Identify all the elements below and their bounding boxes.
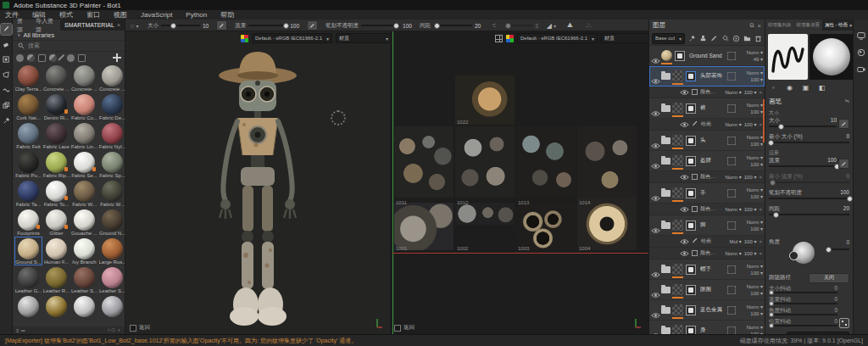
randomize-seed-icon[interactable] — [839, 318, 849, 328]
viewport-3d[interactable]: Default - sRGB IEC61966-2.1▾ 材质▾ — [125, 31, 390, 334]
visibility-eye-icon[interactable] — [680, 206, 689, 213]
search-input[interactable]: 搜索 — [13, 40, 125, 52]
layer-row[interactable]: 手Norm ▾100 ▾ — [649, 183, 765, 204]
layer-content-icon[interactable] — [675, 51, 685, 61]
visibility-eye-icon[interactable] — [651, 222, 660, 229]
material-item[interactable]: Footprints — [14, 208, 42, 237]
menu-item-帮助[interactable]: 帮助 — [220, 10, 234, 20]
layer-mask-slot[interactable] — [727, 137, 736, 145]
remove-effect-icon[interactable]: × — [759, 207, 762, 212]
toolbar-flow-knob[interactable] — [283, 23, 289, 29]
layer-mask-slot[interactable] — [727, 265, 736, 274]
shader-settings-icon[interactable] — [857, 48, 865, 57]
layer-content-icon[interactable] — [686, 305, 696, 315]
visibility-eye-icon[interactable] — [680, 238, 689, 245]
layer-effect-row[interactable]: 颜色…Norm ▾100 ▾× — [649, 86, 765, 98]
brush-stroke-preview[interactable] — [768, 34, 808, 80]
param-knob[interactable] — [847, 196, 853, 202]
colorspace-dropdown-2d[interactable]: Default - sRGB IEC61966-2.1▾ — [517, 33, 598, 43]
layer-blend-mode[interactable]: Norm ▾ — [747, 154, 763, 161]
visibility-eye-icon[interactable] — [680, 121, 689, 128]
layer-effect-row[interactable]: 颜色…Norm ▾100 ▾× — [649, 248, 765, 260]
pressure-size-button[interactable] — [216, 20, 227, 31]
layer-blend-mode[interactable]: Norm ▾ — [747, 304, 763, 310]
layer-content-icon[interactable] — [686, 220, 696, 231]
clone-tool-icon[interactable] — [1, 100, 12, 111]
layer-mask-slot[interactable] — [727, 104, 736, 113]
material-item[interactable]: Clay Terra... — [14, 64, 42, 92]
param-knob[interactable] — [770, 180, 776, 186]
color-profile-icon[interactable] — [241, 35, 248, 42]
layer-effect-row[interactable]: 绘画Norm ▾100 ▾× — [649, 119, 765, 131]
param-slider[interactable] — [769, 165, 837, 167]
visibility-eye-icon[interactable] — [680, 174, 689, 181]
menu-item-JavaScript[interactable]: JavaScript — [141, 11, 172, 19]
param-slider[interactable] — [769, 126, 837, 127]
alpha-sphere-icon[interactable]: ◉ — [784, 83, 795, 92]
visibility-eye-icon[interactable] — [651, 137, 660, 144]
toolbar-stroke-opacity[interactable]: 笔划不透明度100 — [326, 22, 412, 30]
layer-blend-mode[interactable]: Norm ▾ — [747, 324, 763, 331]
menu-item-模式[interactable]: 模式 — [59, 10, 73, 20]
visibility-eye-icon[interactable] — [651, 327, 660, 334]
material-item[interactable]: Fabric To... — [42, 179, 70, 208]
remove-effect-icon[interactable]: × — [759, 90, 762, 95]
param-slider[interactable] — [769, 198, 849, 199]
folder-icon[interactable] — [661, 307, 670, 314]
layer-mask-slot[interactable] — [727, 306, 736, 315]
bucket-icon[interactable] — [721, 31, 729, 46]
camera-settings-icon[interactable] — [857, 65, 865, 74]
param-knob[interactable] — [768, 140, 774, 146]
material-item[interactable]: Fabric Rip... — [42, 150, 70, 179]
material-item[interactable] — [14, 294, 42, 323]
material-item[interactable]: Glitter — [42, 208, 70, 237]
projection-tool-icon[interactable] — [1, 54, 12, 65]
visibility-eye-icon[interactable] — [651, 158, 660, 165]
material-picker-tool-icon[interactable] — [1, 115, 12, 126]
smudge-tool-icon[interactable] — [1, 85, 12, 96]
menu-item-窗口[interactable]: 窗口 — [86, 10, 100, 20]
list-view-icon[interactable]: ≡ ≔ — [16, 327, 25, 333]
layer-row[interactable]: 蓝色金属Norm ▾100 ▾ — [649, 300, 765, 321]
follow-path-toggle[interactable]: 关闭 — [809, 273, 849, 283]
effect-opacity[interactable]: 100 ▾ — [744, 206, 757, 212]
toolbar-jitter-slider[interactable] — [507, 25, 532, 26]
visibility-eye-icon[interactable] — [680, 89, 689, 96]
visibility-eye-icon[interactable] — [651, 73, 660, 80]
material-item[interactable] — [42, 294, 70, 323]
layer-content-icon[interactable] — [686, 71, 696, 81]
layer-content-icon[interactable] — [686, 156, 696, 166]
visibility-eye-icon[interactable] — [680, 250, 689, 257]
layer-blend-mode[interactable]: Norm ▾ — [747, 49, 763, 56]
filter-smart-masks-icon[interactable] — [38, 54, 46, 62]
layer-effect-row[interactable]: 颜色…Norm ▾100 ▾× — [649, 204, 765, 215]
folder-icon[interactable] — [661, 287, 670, 293]
assets-tab-导入资源[interactable]: 导入资源 — [31, 20, 60, 31]
folder-icon[interactable] — [661, 73, 670, 80]
scatter-icon[interactable]: ⁖ — [488, 21, 499, 31]
material-item[interactable]: Fabric Ta... — [14, 179, 42, 208]
effect-opacity[interactable]: 100 ▾ — [744, 89, 757, 95]
material-item[interactable]: Fabric W... — [98, 179, 126, 208]
material-item[interactable]: Fabric Nyl... — [98, 121, 126, 150]
thumbnail-size-icons[interactable]: ○ □ ＋ — [107, 326, 121, 334]
folder-icon[interactable] — [661, 137, 670, 144]
jitter-knob[interactable] — [769, 301, 774, 306]
close-icon[interactable]: × — [117, 22, 120, 28]
pencil-icon[interactable] — [710, 31, 718, 46]
material-item[interactable]: Ground N... — [98, 208, 126, 237]
layer-row[interactable]: 盔牌Norm ▾100 ▾ — [649, 151, 765, 171]
layer-mask-slot[interactable] — [727, 189, 736, 198]
material-item[interactable]: Leather S... — [70, 265, 98, 294]
toolbar-stroke-opacity-slider[interactable] — [361, 25, 400, 26]
layer-opacity[interactable]: 100 ▾ — [750, 226, 763, 232]
layer-effect-row[interactable]: 颜色…Norm ▾100 ▾× — [649, 171, 765, 183]
material-item[interactable]: Large Rus... — [98, 237, 126, 265]
material-item[interactable] — [98, 294, 126, 323]
layer-channel-dropdown[interactable]: Base col ▾ — [652, 33, 685, 44]
effect-blend-mode[interactable]: Mul ▾ — [729, 238, 741, 244]
layer-row[interactable]: 脚Norm ▾100 ▾ — [649, 215, 765, 236]
gradient-icon[interactable]: ◧ — [816, 83, 827, 92]
filter-smart-materials-icon[interactable] — [27, 54, 35, 62]
layer-mask-slot[interactable] — [727, 221, 736, 230]
